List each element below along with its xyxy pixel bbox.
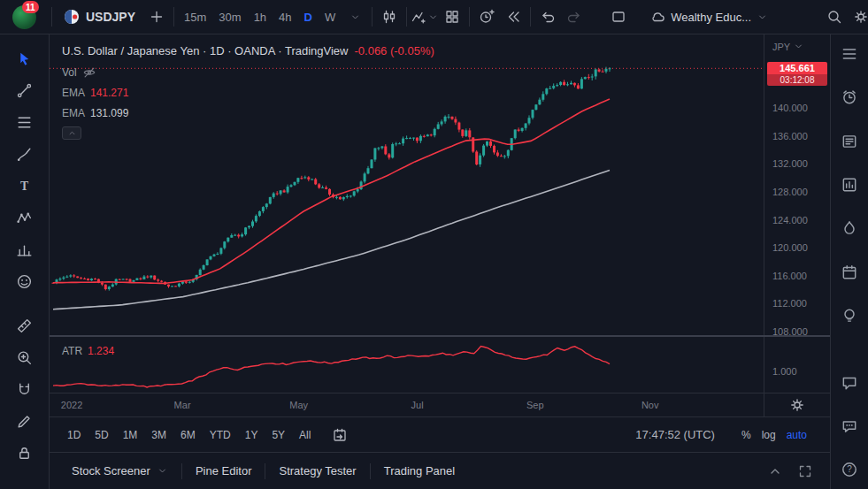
legend-title-row[interactable]: U.S. Dollar / Japanese Yen · 1D · OANDA … bbox=[62, 44, 434, 57]
top-toolbar: 11 USDJPY 15m30m1h4hDW Wealthy Educ... bbox=[0, 0, 868, 34]
panel-expand-button[interactable] bbox=[793, 459, 818, 484]
rail-ideas-button[interactable] bbox=[838, 305, 861, 325]
rail-data-window-button[interactable] bbox=[838, 174, 861, 195]
price-change: -0.066 (-0.05%) bbox=[354, 44, 434, 57]
panel-collapse-button[interactable] bbox=[763, 459, 787, 484]
tool-forecast[interactable] bbox=[10, 234, 40, 264]
symbol-search-button[interactable]: USDJPY bbox=[56, 0, 143, 34]
usdjpy-flag-icon bbox=[64, 9, 80, 25]
tool-lock[interactable] bbox=[10, 438, 40, 468]
tool-ruler[interactable] bbox=[10, 310, 40, 340]
percent-scale-button[interactable]: % bbox=[736, 426, 757, 444]
range-3m[interactable]: 3M bbox=[144, 426, 173, 444]
atr-label: ATR bbox=[62, 345, 82, 357]
auto-scale-button[interactable]: auto bbox=[781, 426, 812, 444]
compare-add-button[interactable] bbox=[143, 3, 170, 31]
cloud-icon bbox=[649, 9, 665, 25]
ema-slow-label: EMA bbox=[62, 107, 85, 119]
range-5y[interactable]: 5Y bbox=[265, 426, 292, 444]
tool-emoji[interactable] bbox=[10, 266, 40, 296]
currency-label: JPY bbox=[772, 42, 790, 52]
pattern-icon bbox=[16, 210, 33, 226]
interval-1h[interactable]: 1h bbox=[248, 4, 273, 30]
range-5d[interactable]: 5D bbox=[88, 426, 115, 444]
legend-collapse-button[interactable] bbox=[62, 126, 81, 140]
clock[interactable]: 17:47:52 (UTC) bbox=[635, 428, 715, 441]
tool-brush[interactable] bbox=[10, 139, 40, 169]
volume-label: Vol bbox=[62, 66, 77, 79]
tool-magnet[interactable] bbox=[10, 374, 40, 404]
volume-eye-off-icon[interactable] bbox=[82, 65, 96, 80]
search-button[interactable] bbox=[821, 3, 848, 31]
watchlist-icon bbox=[841, 45, 858, 63]
main-menu-button[interactable]: 11 bbox=[0, 0, 48, 34]
range-1d[interactable]: 1D bbox=[60, 426, 88, 444]
rail-news-button[interactable] bbox=[838, 131, 861, 151]
ruler-icon bbox=[16, 317, 33, 334]
range-1m[interactable]: 1M bbox=[116, 426, 145, 444]
tool-zoom[interactable] bbox=[10, 342, 40, 372]
settings-button[interactable] bbox=[848, 3, 868, 31]
tab-strategy-tester[interactable]: Strategy Tester bbox=[265, 453, 369, 489]
fullscreen-button[interactable] bbox=[605, 3, 632, 31]
chevron-up-icon bbox=[67, 128, 77, 138]
rail-messages-button[interactable] bbox=[838, 416, 861, 436]
rail-calendar-button[interactable] bbox=[838, 262, 861, 282]
chevron-down-icon bbox=[157, 465, 168, 477]
log-scale-button[interactable]: log bbox=[757, 426, 781, 444]
indicators-button[interactable] bbox=[411, 3, 439, 31]
atr-chart[interactable] bbox=[50, 337, 764, 393]
tool-fib-retracement[interactable] bbox=[10, 107, 40, 137]
range-ytd[interactable]: YTD bbox=[203, 426, 238, 444]
messages-icon bbox=[841, 417, 858, 435]
tab-trading-panel[interactable]: Trading Panel bbox=[371, 453, 468, 489]
chart-legend: U.S. Dollar / Japanese Yen · 1D · OANDA … bbox=[62, 44, 434, 140]
atr-tick: 1.000 bbox=[772, 366, 797, 377]
tool-trend-line[interactable] bbox=[10, 75, 40, 105]
rail-chat-button[interactable] bbox=[838, 372, 861, 393]
interval-D[interactable]: D bbox=[298, 4, 319, 30]
price-scale[interactable]: JPY 140.000136.000132.000128.000124.0001… bbox=[764, 34, 830, 335]
tool-pattern[interactable] bbox=[10, 202, 40, 233]
undo-button[interactable] bbox=[534, 3, 561, 31]
interval-4h[interactable]: 4h bbox=[273, 4, 297, 30]
tab-pine-editor[interactable]: Pine Editor bbox=[182, 453, 265, 489]
news-icon bbox=[841, 133, 858, 150]
tab-stock-screener[interactable]: Stock Screener bbox=[58, 453, 181, 489]
chevron-down-icon bbox=[757, 11, 768, 23]
time-tick-may: May bbox=[289, 400, 308, 410]
candles-icon bbox=[381, 9, 397, 25]
rail-watchlist-button[interactable] bbox=[838, 43, 861, 64]
atr-legend[interactable]: ATR 1.234 bbox=[62, 345, 114, 357]
price-pane: U.S. Dollar / Japanese Yen · 1D · OANDA … bbox=[50, 34, 830, 335]
account-button[interactable]: Wealthy Educ... bbox=[644, 3, 773, 31]
scale-settings-button[interactable] bbox=[787, 395, 807, 415]
interval-dropdown-button[interactable] bbox=[342, 3, 368, 31]
tool-edit[interactable] bbox=[10, 406, 40, 436]
notifications-badge[interactable]: 11 bbox=[22, 1, 39, 13]
tool-text[interactable]: T bbox=[10, 171, 40, 201]
candles-button[interactable] bbox=[376, 3, 403, 31]
time-tick-jul: Jul bbox=[411, 400, 424, 410]
go-to-date-button[interactable] bbox=[326, 421, 353, 449]
range-6m[interactable]: 6M bbox=[173, 426, 203, 444]
chevron-up-icon bbox=[767, 463, 783, 479]
rail-help-button[interactable]: ? bbox=[838, 460, 861, 480]
atr-scale[interactable]: 1.000 bbox=[764, 337, 830, 393]
replay-button[interactable] bbox=[500, 3, 526, 31]
range-all[interactable]: All bbox=[292, 426, 318, 444]
grid-layout-button[interactable] bbox=[439, 3, 465, 31]
range-1y[interactable]: 1Y bbox=[238, 426, 265, 444]
time-axis[interactable]: 2022MarMayJulSepNov bbox=[50, 393, 830, 416]
rail-hotlists-button[interactable] bbox=[838, 218, 861, 239]
interval-15m[interactable]: 15m bbox=[178, 4, 212, 30]
time-tick-mar: Mar bbox=[174, 400, 191, 410]
interval-W[interactable]: W bbox=[319, 4, 342, 30]
interval-30m[interactable]: 30m bbox=[212, 4, 247, 30]
rail-alerts-button[interactable] bbox=[838, 87, 861, 107]
alert-plus-button[interactable] bbox=[473, 3, 500, 31]
price-scale-currency[interactable]: JPY bbox=[764, 34, 830, 52]
redo-button[interactable] bbox=[561, 3, 588, 31]
tool-cursor[interactable] bbox=[10, 43, 40, 73]
volume-legend-row: Vol bbox=[62, 65, 434, 79]
